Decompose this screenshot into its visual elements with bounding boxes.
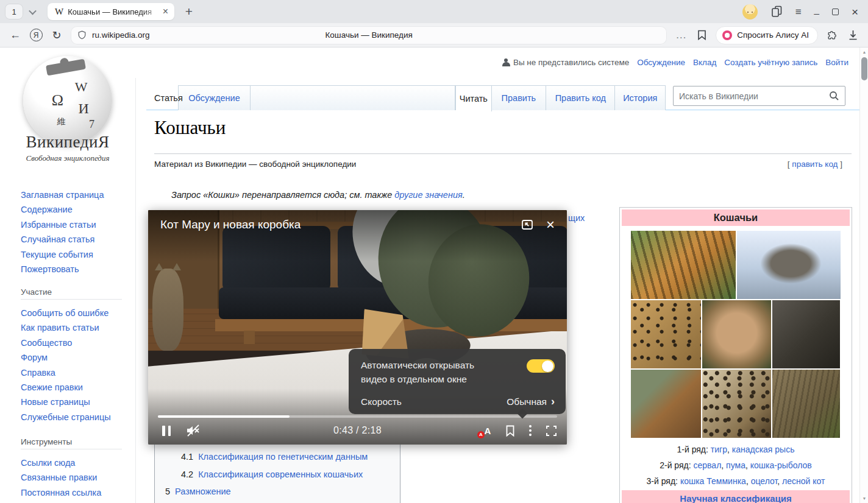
page-scrollbar[interactable]: ▲ ▼ [859,47,868,503]
tab-group-badge[interactable]: 1 [5,4,23,19]
video-progress-bar[interactable] [158,415,557,418]
new-tab-button[interactable]: + [180,3,197,20]
caption-link[interactable]: оцелот [751,476,778,486]
tiger-photo[interactable] [631,231,736,299]
tab-history[interactable]: История [615,86,665,110]
tab-list-button[interactable] [24,4,40,19]
tab-read[interactable]: Читать [456,86,492,111]
address-bar[interactable]: ru.wikipedia.org Кошачьи — Википедия [71,26,667,44]
sidebar-item-donate[interactable]: Пожертвовать [21,264,79,274]
speed-menu-item[interactable]: Скорость Обычная › [361,395,555,409]
caption-link[interactable]: тигр [711,445,727,454]
kebab-menu-icon[interactable] [527,425,534,436]
personal-link-create-account[interactable]: Создать учётную запись [724,58,817,67]
minimize-button[interactable]: _ [814,5,819,14]
video-controls: 0:43 / 2:18 A A [158,422,557,439]
tab-close-button[interactable]: × [162,7,169,16]
tab-history-label[interactable]: История [623,93,657,103]
yandex-button[interactable]: Я [26,26,46,44]
personal-link-login[interactable]: Войти [825,58,848,67]
ocelot-photo[interactable] [702,370,771,438]
ask-alice-button[interactable]: Спросить Алису AI [716,26,818,44]
sidebar-item-main-page[interactable]: Заглавная страница [21,190,104,200]
sidebar-item-how-to-edit[interactable]: Как править статьи [21,323,99,332]
back-button[interactable]: ← [5,26,26,44]
save-bookmark-icon[interactable] [505,425,515,437]
sidebar-item-report-error[interactable]: Сообщить об ошибке [21,308,108,318]
hatnote-link[interactable]: другие значения [394,190,462,200]
personal-link-talk[interactable]: Обсуждение [637,58,685,67]
close-window-button[interactable]: × [852,6,858,18]
caption-link[interactable]: канадская рысь [732,445,795,454]
puma-photo[interactable] [702,300,771,368]
profile-avatar[interactable] [742,4,758,19]
sidebar-item-help[interactable]: Справка [21,368,55,378]
sidebar-item-permanent-link[interactable]: Постоянная ссылка [21,488,101,498]
pause-button[interactable] [162,426,171,436]
translate-icon[interactable]: A A [482,426,494,436]
caption-link[interactable]: сервал [694,460,722,470]
wikipedia-globe-logo[interactable]: Ω W И 7 維 [23,56,112,145]
scientific-classification-header[interactable]: Научная классификация [622,490,850,503]
sidebar-item-contents[interactable]: Содержание [21,205,73,214]
toc-item[interactable]: 4.2 Классификация современных кошачьих [155,466,400,484]
sidebar-item-random[interactable]: Случайная статья [21,234,94,244]
intro-text-fragment[interactable]: щих [568,213,585,223]
wildcat-photo[interactable] [772,370,840,438]
autopopup-toggle[interactable] [527,359,555,373]
toc-item[interactable]: 5 Размножение [155,483,400,501]
mute-icon[interactable] [185,424,201,437]
downloads-button[interactable] [842,26,863,44]
caption-link[interactable]: лесной кот [782,476,825,486]
search-input[interactable] [674,91,829,101]
menu-icon[interactable]: ≡ [795,7,802,17]
edit-code-link[interactable]: править код [792,160,838,169]
personal-link-contributions[interactable]: Вклад [693,58,716,67]
fullscreen-icon[interactable] [546,425,557,437]
taxobox: Кошачьи 1-й ряд: тигр, канадс [619,207,852,503]
scroll-down-arrow[interactable]: ▼ [860,496,868,501]
fishing-cat-photo[interactable] [772,300,840,368]
canada-lynx-photo[interactable] [737,231,841,299]
reload-button[interactable]: ↻ [46,26,67,44]
extensions-button[interactable] [822,26,842,44]
tab-article[interactable]: Статья [154,85,183,110]
bookmark-button[interactable] [691,26,712,44]
toc-link[interactable]: Классификация по генетическим данным [198,452,368,462]
toc-number: 5 [165,487,170,496]
more-actions-button[interactable]: … [671,26,691,44]
tab-edit-label[interactable]: Править [502,93,536,103]
tab-talk-label[interactable]: Обсуждение [188,93,240,103]
sidebar-item-what-links-here[interactable]: Ссылки сюда [21,458,75,468]
sidebar-item-special-pages[interactable]: Служебные страницы [21,412,111,422]
tab-talk[interactable]: Обсуждение [179,86,251,110]
sidebar-item-forum[interactable]: Форум [21,353,48,362]
video-player[interactable]: Кот Мару и новая коробка × 0:43 / [148,210,567,445]
video-close-button[interactable]: × [544,218,557,231]
side-panels-icon[interactable] [770,5,783,18]
sidebar-item-related-changes[interactable]: Связанные правки [21,473,97,482]
sidebar-item-community[interactable]: Сообщество [21,338,72,348]
serval-photo[interactable] [631,300,701,368]
return-to-page-button[interactable] [521,218,534,231]
sidebar-item-current-events[interactable]: Текущие события [21,250,93,259]
tab-edit-source[interactable]: Править код [546,86,615,110]
search-icon[interactable] [829,91,839,101]
sidebar-item-recent-changes[interactable]: Свежие правки [21,382,83,392]
caption-link[interactable]: пума [726,460,745,470]
browser-tab[interactable]: W Кошачьи — Википедия × [48,3,174,20]
tab-edit[interactable]: Править [492,86,546,110]
sidebar-item-featured[interactable]: Избранные статьи [21,220,96,230]
caption-link[interactable]: кошка Темминка [680,476,746,486]
toc-item[interactable]: 4.1 Классификация по генетическим данным [155,448,400,466]
sidebar-item-new-pages[interactable]: Новые страницы [21,397,90,407]
tab-edit-source-label[interactable]: Править код [555,93,606,103]
scrollbar-thumb[interactable] [861,57,867,80]
scroll-up-arrow[interactable]: ▲ [860,50,868,54]
maximize-button[interactable] [832,9,839,15]
caption-link[interactable]: кошка-рыболов [750,460,812,470]
toc-link[interactable]: Классификация современных кошачьих [198,470,363,479]
scientific-classification-link[interactable]: Научная классификация [680,493,791,503]
toc-link[interactable]: Размножение [175,487,231,496]
temminck-cat-photo[interactable] [631,370,701,438]
